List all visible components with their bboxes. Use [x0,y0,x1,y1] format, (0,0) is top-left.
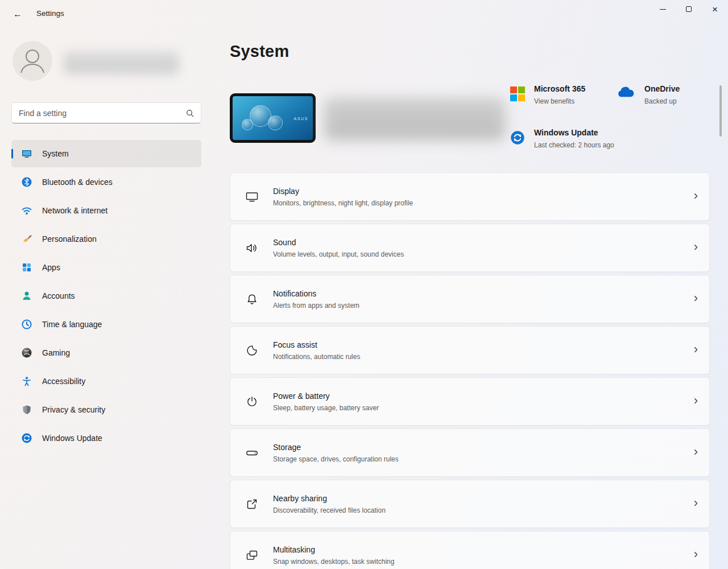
focus-assist-icon [245,344,259,357]
accounts-icon [21,290,32,302]
setting-text: Focus assist Notifications, automatic ru… [273,340,694,361]
settings-card-notifications[interactable]: Notifications Alerts from apps and syste… [230,275,710,323]
search-icon [183,109,197,118]
setting-subtitle: Volume levels, output, input, sound devi… [273,250,694,258]
setting-title: Focus assist [273,340,694,349]
status-title: Microsoft 365 [534,84,585,93]
windows-update-icon [21,432,32,444]
setting-subtitle: Discoverability, received files location [273,506,694,514]
onedrive-card[interactable]: OneDrive Backed up [616,84,680,105]
sidebar-item-network-internet[interactable]: Network & internet [11,197,201,224]
maximize-button[interactable] [676,0,702,18]
chevron-right-icon: › [694,241,698,255]
sidebar-item-label: Gaming [42,348,70,357]
caption-controls: × [650,0,728,18]
settings-card-display[interactable]: Display Monitors, brightness, night ligh… [230,172,710,221]
setting-subtitle: Notifications, automatic rules [273,353,694,361]
setting-subtitle: Sleep, battery usage, battery saver [273,404,694,412]
setting-subtitle: Snap windows, desktops, task switching [273,558,694,566]
clock-icon [21,319,32,330]
sidebar-item-apps[interactable]: Apps [11,254,201,281]
xbox-icon [21,347,32,358]
display-icon [245,190,259,204]
setting-text: Nearby sharing Discoverability, received… [273,494,694,514]
sidebar-item-gaming[interactable]: Gaming [11,339,201,366]
settings-card-multitasking[interactable]: Multitasking Snap windows, desktops, tas… [230,531,710,569]
search-box [11,102,201,123]
scrollbar[interactable] [719,85,722,137]
status-text: Windows Update Last checked: 2 hours ago [534,128,614,149]
user-name-redacted [64,51,179,74]
settings-card-power-battery[interactable]: Power & battery Sleep, battery usage, ba… [230,377,710,426]
main-content: System ASUS Microsoft 365 View benefits [230,27,728,569]
sidebar-item-accounts[interactable]: Accounts [11,282,201,310]
chevron-right-icon: › [694,446,698,460]
sidebar-item-label: Windows Update [42,434,102,443]
setting-title: Nearby sharing [273,494,694,503]
sidebar-item-system[interactable]: System [11,140,201,167]
setting-text: Storage Storage space, drives, configura… [273,443,694,463]
status-title: OneDrive [644,84,680,93]
wallpaper-bubble [242,119,253,130]
chevron-right-icon: › [694,343,698,358]
back-button[interactable]: ← [9,7,26,22]
sidebar-item-privacy-security[interactable]: Privacy & security [11,396,201,423]
sidebar-item-label: Time & language [42,320,102,329]
setting-title: Sound [273,238,694,247]
sidebar-item-windows-update[interactable]: Windows Update [11,424,201,452]
sidebar-item-personalization[interactable]: Personalization [11,225,201,253]
multitasking-icon [245,549,259,562]
sidebar-item-bluetooth-devices[interactable]: Bluetooth & devices [11,168,201,196]
settings-list: Display Monitors, brightness, night ligh… [230,172,710,569]
setting-subtitle: Alerts from apps and system [273,302,694,310]
close-button[interactable]: × [702,0,728,18]
nearby-sharing-icon [245,497,259,511]
sidebar: System Bluetooth & devices Network & int… [0,27,212,569]
avatar [13,41,52,81]
setting-text: Sound Volume levels, output, input, soun… [273,238,694,258]
close-icon: × [712,5,718,14]
windows-update-icon [510,130,525,145]
search-input[interactable] [12,103,183,123]
device-name-redacted [324,98,505,140]
windows-update-status-card[interactable]: Windows Update Last checked: 2 hours ago [510,128,614,149]
setting-title: Display [273,187,694,196]
status-link[interactable]: View benefits [534,97,585,105]
sound-icon [245,241,259,255]
sidebar-item-label: Accounts [42,291,75,300]
setting-text: Display Monitors, brightness, night ligh… [273,187,694,207]
paintbrush-icon [21,233,32,245]
device-brand-label: ASUS [294,117,308,121]
minimize-button[interactable] [650,0,676,18]
chevron-right-icon: › [694,189,698,204]
back-icon: ← [13,9,22,19]
setting-text: Notifications Alerts from apps and syste… [273,289,694,310]
sidebar-nav: System Bluetooth & devices Network & int… [0,140,212,453]
setting-title: Notifications [273,289,694,298]
bluetooth-icon [21,176,32,188]
titlebar: ← Settings × [0,0,728,27]
sidebar-item-accessibility[interactable]: Accessibility [11,368,201,395]
sidebar-item-label: Network & internet [42,206,107,215]
sidebar-item-label: Personalization [42,234,97,244]
system-icon [21,148,32,159]
setting-subtitle: Storage space, drives, configuration rul… [273,455,694,463]
device-thumbnail: ASUS [230,93,316,143]
sidebar-item-label: System [42,149,69,158]
setting-text: Multitasking Snap windows, desktops, tas… [273,545,694,566]
sidebar-item-time-language[interactable]: Time & language [11,311,201,338]
sidebar-item-label: Accessibility [42,377,85,386]
microsoft-365-card[interactable]: Microsoft 365 View benefits [510,84,585,105]
setting-title: Storage [273,443,694,452]
sidebar-item-label: Privacy & security [42,405,105,414]
settings-card-focus-assist[interactable]: Focus assist Notifications, automatic ru… [230,326,710,374]
chevron-right-icon: › [694,497,698,512]
settings-card-sound[interactable]: Sound Volume levels, output, input, soun… [230,224,710,272]
microsoft-365-logo [510,86,525,101]
setting-subtitle: Monitors, brightness, night light, displ… [273,199,694,207]
settings-card-storage[interactable]: Storage Storage space, drives, configura… [230,428,710,477]
settings-card-nearby-sharing[interactable]: Nearby sharing Discoverability, received… [230,480,710,528]
chevron-right-icon: › [694,292,698,307]
window-title: Settings [36,9,64,18]
person-icon [13,41,52,81]
